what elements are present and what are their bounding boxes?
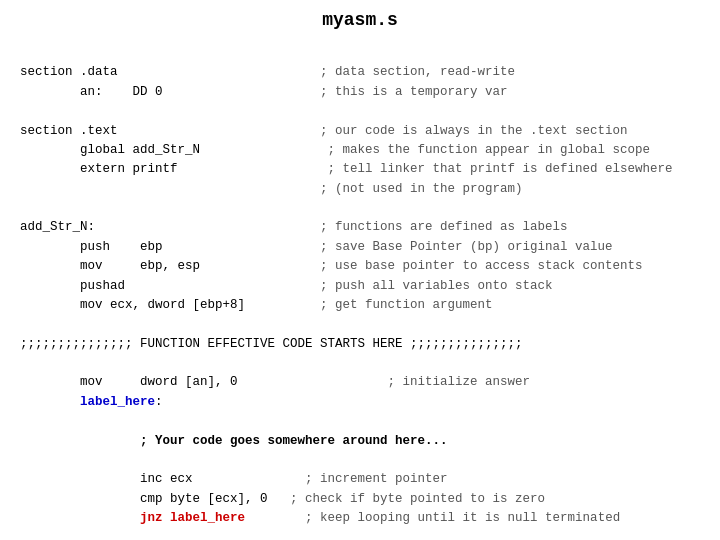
line-mov-an: mov dword [an], 0 ; initialize answer <box>20 375 530 389</box>
line-label-here: label_here: <box>20 395 163 409</box>
line-mov-ecx: mov ecx, dword [ebp+8] ; get function ar… <box>20 298 493 312</box>
line-jnz: jnz label_here ; keep looping until it i… <box>20 511 620 525</box>
line-an-dd0: an: DD 0 ; this is a temporary var <box>20 85 508 99</box>
line-section-text: section .text ; our code is always in th… <box>20 124 628 138</box>
line-mov-esp: mov ebp, esp ; use base pointer to acces… <box>20 259 643 273</box>
page-title: myasm.s <box>20 10 700 30</box>
line-not-used: ; (not used in the program) <box>20 182 523 196</box>
line-global: global add_Str_N ; makes the function ap… <box>20 143 650 157</box>
line-pushad: pushad ; push all variables onto stack <box>20 279 553 293</box>
line-extern: extern printf ; tell linker that printf … <box>20 162 673 176</box>
line-cmp-byte: cmp byte [ecx], 0 ; check if byte pointe… <box>20 492 545 506</box>
line-inc-ecx: inc ecx ; increment pointer <box>20 472 448 486</box>
line-section-data: section .data ; data section, read-write <box>20 65 515 79</box>
line-add-str-n: add_Str_N: ; functions are defined as la… <box>20 220 568 234</box>
code-content: section .data ; data section, read-write… <box>20 44 700 540</box>
line-push: push ebp ; save Base Pointer (bp) origin… <box>20 240 613 254</box>
line-semicolons1: ;;;;;;;;;;;;;;; FUNCTION EFFECTIVE CODE … <box>20 337 523 351</box>
line-bold-comment: ; Your code goes somewhere around here..… <box>20 434 448 448</box>
